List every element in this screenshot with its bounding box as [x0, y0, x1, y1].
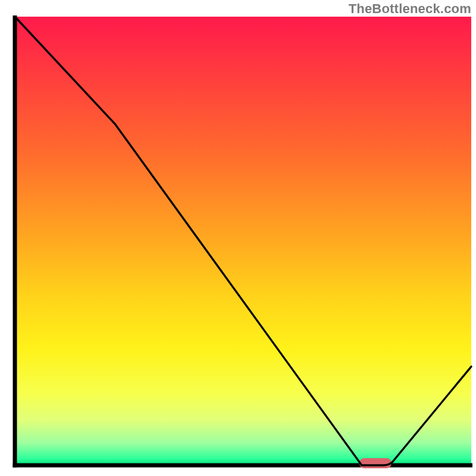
chart-container: TheBottleneck.com: [0, 0, 476, 476]
baseline-marker: [359, 458, 392, 468]
chart-svg: [0, 0, 476, 476]
plot-background: [15, 17, 471, 465]
